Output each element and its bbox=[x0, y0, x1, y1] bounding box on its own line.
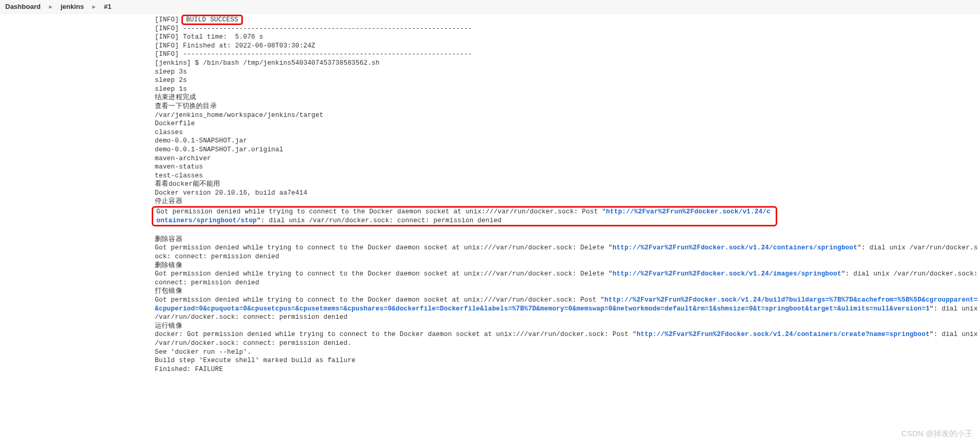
log-text: ": dial unix /var/run/docker.sock: conne… bbox=[257, 217, 502, 224]
log-text: Got permission denied while trying to co… bbox=[155, 270, 612, 278]
log-heading: 运行镜像 bbox=[155, 322, 182, 330]
chevron-right-icon: ▸ bbox=[92, 3, 96, 10]
log-tail: See 'docker run --help'. Build step 'Exe… bbox=[155, 349, 356, 373]
console-output: [INFO] BUILD SUCCESS [INFO] ------------… bbox=[155, 16, 980, 374]
error-highlight-box: Got permission denied while trying to co… bbox=[152, 206, 777, 226]
docker-url-link[interactable]: http://%2Fvar%2Frun%2Fdocker.sock/v1.24/… bbox=[636, 331, 929, 338]
docker-url-link[interactable]: http://%2Fvar%2Frun%2Fdocker.sock/v1.24/… bbox=[612, 270, 841, 278]
log-text: Got permission denied while trying to co… bbox=[156, 208, 606, 215]
log-text: Got permission denied while trying to co… bbox=[155, 244, 612, 251]
log-heading: 删除容器 bbox=[155, 236, 182, 243]
breadcrumb: Dashboard ▸ jenkins ▸ #1 bbox=[0, 0, 980, 14]
breadcrumb-job[interactable]: jenkins bbox=[60, 3, 84, 10]
watermark: CSDN @掉发的小王 bbox=[901, 429, 973, 439]
docker-url-link[interactable]: http://%2Fvar%2Frun%2Fdocker.sock/v1.24/… bbox=[612, 244, 858, 251]
log-heading: 删除镜像 bbox=[155, 262, 182, 269]
breadcrumb-dashboard[interactable]: Dashboard bbox=[5, 3, 41, 10]
chevron-right-icon: ▸ bbox=[49, 3, 53, 10]
log-line: [INFO] bbox=[155, 16, 183, 23]
log-heading: 打包镜像 bbox=[155, 287, 182, 295]
breadcrumb-build[interactable]: #1 bbox=[104, 3, 111, 10]
log-text: Got permission denied while trying to co… bbox=[155, 296, 605, 304]
build-success-highlight: BUILD SUCCESS bbox=[181, 15, 243, 25]
console-output-panel: [INFO] BUILD SUCCESS [INFO] ------------… bbox=[0, 14, 980, 374]
log-block: [INFO] ---------------------------------… bbox=[155, 25, 472, 206]
log-text: docker: Got permission denied while tryi… bbox=[155, 331, 636, 338]
